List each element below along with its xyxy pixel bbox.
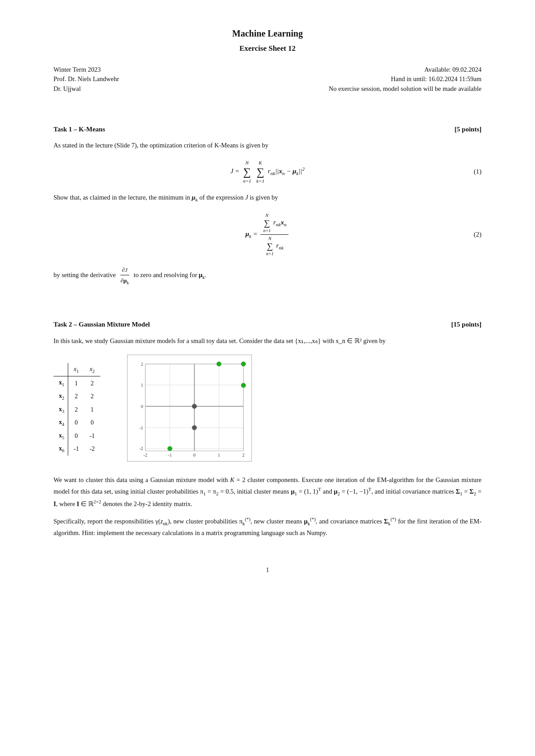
- table-row: x4 0 0: [54, 416, 100, 429]
- point-x1: [217, 362, 221, 366]
- task1-header: Task 1 – K-Means [5 points]: [54, 124, 482, 135]
- table-row: x5 0 -1: [54, 429, 100, 443]
- svg-text:-2: -2: [139, 446, 143, 451]
- table-header-x1: x1: [68, 363, 84, 376]
- scatter-plot: 0 1 2 -1 -2 -1 -2 0 1 2: [127, 355, 252, 462]
- table-cell-val: 0: [68, 416, 84, 429]
- equation-1: J = N ∑ n=1 K ∑ k=1 rnk||xn − μk||2 (1): [54, 159, 482, 184]
- svg-text:-1: -1: [139, 425, 143, 430]
- svg-text:2: 2: [141, 362, 143, 367]
- point-x5: [192, 425, 197, 430]
- table-cell-val: 2: [68, 403, 84, 417]
- page-subtitle: Exercise Sheet 12: [54, 43, 482, 54]
- task2-title: Task 2 – Gaussian Mixture Model: [54, 319, 150, 330]
- eq1-number: (1): [474, 167, 482, 177]
- table-cell-val: 2: [68, 390, 84, 403]
- table-cell-label: x1: [54, 376, 68, 390]
- task2-points: [15 points]: [451, 319, 482, 330]
- task2-header: Task 2 – Gaussian Mixture Model [15 poin…: [54, 319, 482, 330]
- page-title: Machine Learning: [54, 27, 482, 40]
- table-cell-val: -2: [84, 442, 100, 456]
- equation-2: μk = N ∑ n=1 rnkxn N ∑ n=1 rnk (2): [54, 212, 482, 257]
- table-cell-val: 2: [84, 376, 100, 390]
- table-cell-val: -1: [84, 429, 100, 443]
- table-cell-val: 0: [68, 429, 84, 443]
- task2-para2: Specifically, report the responsibilitie…: [54, 515, 482, 539]
- svg-text:-1: -1: [168, 453, 171, 458]
- svg-text:1: 1: [218, 453, 220, 458]
- chart-container: 0 1 2 -1 -2 -1 -2 0 1 2: [127, 355, 482, 465]
- svg-text:2: 2: [242, 453, 244, 458]
- svg-text:-2: -2: [143, 453, 147, 458]
- table-cell-label: x3: [54, 403, 68, 417]
- table-cell-label: x6: [54, 442, 68, 456]
- table-cell-label: x5: [54, 429, 68, 443]
- point-x4: [192, 404, 197, 409]
- table-cell-val: 1: [68, 376, 84, 390]
- table-row: x2 2 2: [54, 390, 100, 403]
- point-x3: [241, 383, 246, 388]
- table-cell-val: 0: [84, 416, 100, 429]
- header-info: Winter Term 2023 Prof. Dr. Niels Landweh…: [54, 65, 482, 94]
- task1-middle: Show that, as claimed in the lecture, th…: [54, 192, 482, 204]
- page-number: 1: [54, 565, 482, 575]
- table-row: x1 1 2: [54, 376, 100, 390]
- table-cell-label: x4: [54, 416, 68, 429]
- header-right-3: No exercise session, model solution will…: [329, 84, 482, 94]
- header-right: Available: 09.02.2024 Hand in until: 16.…: [329, 65, 482, 94]
- header-line-3: Dr. Ujjwal: [54, 84, 119, 94]
- svg-text:0: 0: [193, 453, 195, 458]
- table-chart-row: x1 x2 x1 1 2 x2 2 2 x3 2 1: [54, 355, 482, 465]
- header-line-1: Winter Term 2023: [54, 65, 119, 75]
- table-cell-val: 2: [84, 390, 100, 403]
- table-row: x3 2 1: [54, 403, 100, 417]
- task1-title: Task 1 – K-Means: [54, 124, 105, 135]
- table-header-x2: x2: [84, 363, 100, 376]
- header-right-2: Hand in until: 16.02.2024 11:59am: [329, 74, 482, 84]
- data-table: x1 x2 x1 1 2 x2 2 2 x3 2 1: [54, 363, 100, 456]
- task2-intro: In this task, we study Gaussian mixture …: [54, 336, 482, 347]
- task1-closing: by setting the derivative ∂J ∂μk to zero…: [54, 265, 482, 286]
- svg-text:1: 1: [141, 383, 143, 388]
- data-table-wrapper: x1 x2 x1 1 2 x2 2 2 x3 2 1: [54, 363, 100, 456]
- task1-points: [5 points]: [455, 124, 482, 135]
- header-right-1: Available: 09.02.2024: [329, 65, 482, 75]
- point-x6: [168, 446, 172, 451]
- eq2-number: (2): [474, 229, 482, 240]
- table-cell-label: x2: [54, 390, 68, 403]
- header-left: Winter Term 2023 Prof. Dr. Niels Landweh…: [54, 65, 119, 94]
- point-x2: [241, 362, 246, 366]
- task2-para1: We want to cluster this data using a Gau…: [54, 475, 482, 509]
- table-header-empty: [54, 363, 68, 376]
- header-line-2: Prof. Dr. Niels Landwehr: [54, 74, 119, 84]
- table-cell-val: -1: [68, 442, 84, 456]
- task1-intro: As stated in the lecture (Slide 7), the …: [54, 140, 482, 151]
- svg-text:0: 0: [141, 404, 143, 409]
- table-row: x6 -1 -2: [54, 442, 100, 456]
- table-cell-val: 1: [84, 403, 100, 417]
